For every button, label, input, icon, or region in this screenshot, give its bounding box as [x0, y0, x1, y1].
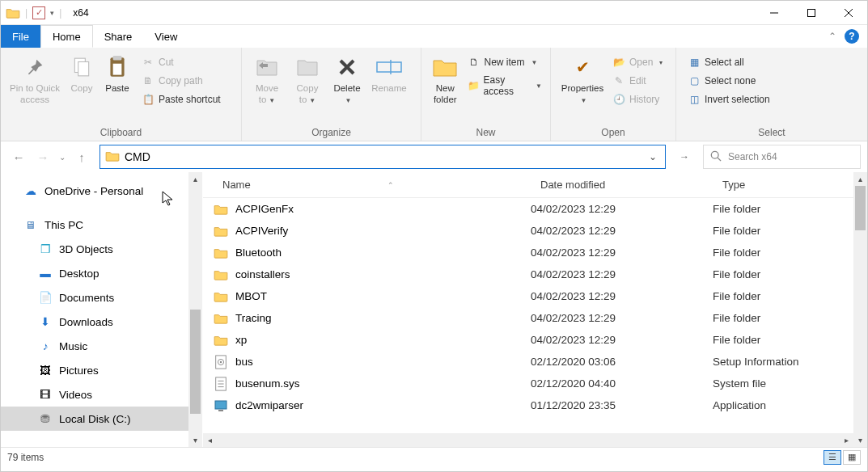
file-scrollbar-thumb[interactable] [855, 186, 866, 230]
maximize-button[interactable] [793, 1, 830, 25]
nav-downloads[interactable]: ⬇Downloads [1, 310, 188, 334]
svg-rect-7 [113, 56, 122, 60]
column-header-name[interactable]: Name⌃ [203, 179, 531, 191]
delete-label: Delete▼ [333, 82, 360, 107]
search-icon [710, 150, 722, 164]
svg-rect-8 [113, 64, 122, 75]
pin-label: Pin to Quick access [6, 82, 64, 105]
recent-locations-button[interactable]: ⌄ [56, 145, 69, 168]
scroll-down-icon[interactable]: ▾ [853, 433, 867, 447]
minimize-button[interactable] [756, 1, 793, 25]
collapse-ribbon-icon[interactable]: ⌃ [828, 31, 836, 42]
copy-path-icon: 🗎 [142, 74, 155, 87]
scroll-down-icon[interactable]: ▾ [188, 433, 202, 447]
file-row[interactable]: ACPIVerify04/02/2023 12:29File folder [203, 220, 853, 242]
back-button[interactable]: ← [7, 145, 30, 168]
nav-3d-objects[interactable]: ❒3D Objects [1, 237, 188, 261]
up-button[interactable]: ↑ [70, 145, 93, 168]
file-name: Bluetooth [235, 247, 531, 259]
cut-button[interactable]: ✂Cut [138, 54, 224, 70]
svg-point-13 [711, 151, 718, 158]
details-view-button[interactable]: ☰ [824, 450, 841, 465]
properties-button[interactable]: ✔ Properties▼ [556, 51, 609, 107]
svg-rect-5 [78, 62, 89, 76]
qat-dropdown-icon[interactable]: ▾ [50, 9, 54, 17]
file-scrollbar[interactable]: ▴ ▾ [853, 172, 867, 447]
paste-button[interactable]: Paste [100, 51, 135, 94]
pin-to-quick-access-button[interactable]: Pin to Quick access [6, 51, 64, 105]
nav-videos[interactable]: 🎞Videos [1, 382, 188, 407]
file-type-icon [213, 202, 229, 217]
address-folder-icon [105, 150, 120, 164]
address-bar[interactable]: ⌄ [100, 145, 666, 169]
status-item-count: 79 items [7, 452, 44, 463]
file-type: Application [713, 399, 766, 411]
history-button[interactable]: 🕘History [609, 91, 666, 107]
select-none-button[interactable]: ▢Select none [684, 73, 773, 89]
go-button[interactable]: → [672, 145, 697, 169]
nav-scrollbar-thumb[interactable] [190, 310, 201, 414]
file-name: Tracing [235, 312, 531, 324]
file-row[interactable]: dc2wmiparser01/12/2020 23:35Application [203, 394, 853, 416]
column-header-type[interactable]: Type [713, 179, 853, 191]
forward-button[interactable]: → [32, 145, 54, 168]
nav-desktop[interactable]: ▬Desktop [1, 261, 188, 285]
nav-this-pc[interactable]: 🖥This PC [1, 213, 188, 237]
tab-file[interactable]: File [1, 25, 40, 48]
file-row[interactable]: ACPIGenFx04/02/2023 12:29File folder [203, 198, 853, 220]
copy-path-button[interactable]: 🗎Copy path [138, 73, 224, 89]
file-row[interactable]: Tracing04/02/2023 12:29File folder [203, 307, 853, 329]
paste-label: Paste [105, 82, 129, 94]
easy-access-button[interactable]: 📁Easy access▼ [464, 73, 545, 99]
nav-scrollbar[interactable]: ▴ ▾ [188, 172, 202, 447]
tab-view[interactable]: View [143, 25, 188, 48]
edit-button[interactable]: ✎Edit [609, 73, 666, 89]
scroll-right-icon[interactable]: ▸ [840, 433, 853, 447]
file-list[interactable]: ACPIGenFx04/02/2023 12:29File folderACPI… [203, 198, 853, 433]
new-item-button[interactable]: 🗋New item▼ [464, 54, 545, 70]
file-row[interactable]: busenum.sys02/12/2020 04:40System file [203, 373, 853, 394]
tab-share[interactable]: Share [93, 25, 144, 48]
scroll-left-icon[interactable]: ◂ [203, 433, 217, 447]
file-name: busenum.sys [235, 377, 531, 390]
file-list-pane: Name⌃ Date modified Type ACPIGenFx04/02/… [203, 172, 867, 447]
rename-button[interactable]: Rename [366, 51, 412, 94]
address-input[interactable] [125, 150, 646, 163]
copy-to-icon [294, 54, 320, 80]
thumbnails-view-button[interactable]: ▦ [843, 450, 861, 465]
delete-button[interactable]: Delete▼ [328, 51, 366, 107]
new-folder-button[interactable]: New folder [426, 51, 464, 105]
file-date: 02/12/2020 04:40 [531, 377, 713, 390]
invert-selection-button[interactable]: ◫Invert selection [684, 91, 773, 107]
search-placeholder: Search x64 [728, 151, 777, 162]
copy-button[interactable]: Copy [64, 51, 100, 94]
file-row[interactable]: bus02/12/2020 03:06Setup Information [203, 351, 853, 373]
file-row[interactable]: coinstallers04/02/2023 12:29File folder [203, 263, 853, 285]
nav-onedrive[interactable]: ☁OneDrive - Personal [1, 179, 188, 203]
file-row[interactable]: MBOT04/02/2023 12:29File folder [203, 285, 853, 307]
help-icon[interactable]: ? [845, 29, 859, 44]
file-row[interactable]: xp04/02/2023 12:29File folder [203, 329, 853, 351]
file-row[interactable]: Bluetooth04/02/2023 12:29File folder [203, 242, 853, 263]
new-folder-label: New folder [426, 82, 464, 105]
nav-music[interactable]: ♪Music [1, 334, 188, 358]
move-to-label: Move to▼ [247, 82, 287, 107]
search-box[interactable]: Search x64 [703, 145, 861, 169]
move-to-button[interactable]: Move to▼ [247, 51, 287, 107]
scroll-up-icon[interactable]: ▴ [853, 172, 867, 186]
scroll-up-icon[interactable]: ▴ [188, 172, 202, 186]
column-header-row: Name⌃ Date modified Type [203, 172, 853, 198]
close-button[interactable] [830, 1, 867, 25]
paste-shortcut-button[interactable]: 📋Paste shortcut [138, 91, 224, 107]
address-dropdown-icon[interactable]: ⌄ [646, 151, 660, 162]
properties-qat-icon[interactable]: ✓ [32, 6, 45, 19]
nav-pictures[interactable]: 🖼Pictures [1, 358, 188, 382]
nav-documents[interactable]: 📄Documents [1, 285, 188, 310]
nav-local-disk[interactable]: ⛃Local Disk (C:) [1, 407, 188, 431]
horizontal-scrollbar[interactable]: ◂ ▸ [203, 433, 853, 447]
copy-to-button[interactable]: Copy to▼ [287, 51, 328, 107]
select-all-button[interactable]: ▦Select all [684, 54, 773, 70]
open-button[interactable]: 📂Open▾ [609, 54, 666, 70]
column-header-date[interactable]: Date modified [531, 179, 713, 191]
tab-home[interactable]: Home [40, 25, 93, 48]
